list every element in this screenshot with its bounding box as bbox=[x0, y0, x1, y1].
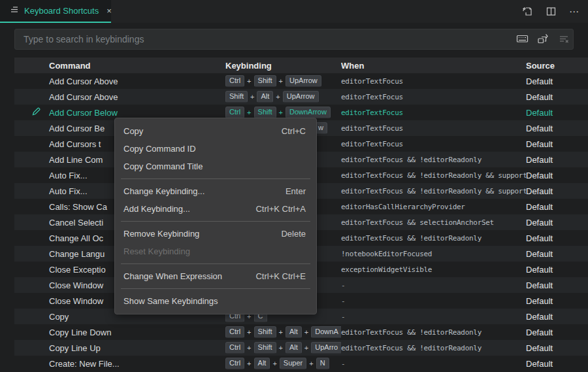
command-cell: Add Cursor Below bbox=[49, 108, 225, 118]
menu-item-remove-keybinding[interactable]: Remove KeybindingDelete bbox=[115, 225, 316, 243]
header-keybinding: Keybinding bbox=[225, 61, 341, 71]
command-cell: Add Cursor Above bbox=[49, 92, 225, 102]
source-cell: Default bbox=[526, 249, 588, 259]
key-chip: UpArrow bbox=[286, 75, 321, 87]
command-cell: Add Cursor Above bbox=[49, 76, 225, 86]
key-chip: Shift bbox=[225, 91, 248, 103]
keybinding-cell: Ctrl+Shift+DownArrow bbox=[225, 107, 341, 118]
menu-item-shortcut: Ctrl+K Ctrl+A bbox=[255, 204, 306, 214]
keybinding-cell: Ctrl+Shift+Alt+UpArro bbox=[225, 342, 341, 354]
table-row-create-new-file[interactable]: Create: New File... Ctrl+Alt+Super+N - D… bbox=[14, 356, 588, 371]
tab-bar: Keyboard Shortcuts × ⋯ bbox=[0, 0, 588, 23]
key-plus: + bbox=[250, 93, 254, 101]
menu-item-reset-keybinding: Reset Keybinding bbox=[115, 243, 316, 260]
when-cell: editorTextFocus bbox=[341, 140, 526, 148]
source-cell: Default bbox=[526, 233, 588, 243]
when-cell: editorTextFocus && !editorReadonly && su… bbox=[341, 171, 526, 180]
tab-close-icon[interactable]: × bbox=[106, 7, 112, 15]
menu-item-copy-command-title[interactable]: Copy Command Title bbox=[115, 158, 316, 175]
key-chip: Shift bbox=[254, 107, 276, 118]
source-cell: Default bbox=[526, 139, 588, 149]
key-plus: + bbox=[247, 77, 251, 85]
key-chip: Shift bbox=[254, 326, 276, 338]
menu-item-shortcut: Ctrl+C bbox=[282, 126, 306, 136]
search-input[interactable] bbox=[14, 29, 574, 50]
menu-item-copy[interactable]: CopyCtrl+C bbox=[115, 122, 316, 140]
source-cell: Default bbox=[526, 76, 588, 86]
menu-item-label: Show Same Keybindings bbox=[123, 296, 306, 306]
menu-separator bbox=[121, 221, 310, 222]
when-cell: - bbox=[341, 313, 526, 321]
key-chip: Ctrl bbox=[225, 342, 244, 354]
tab-keyboard-shortcuts[interactable]: Keyboard Shortcuts × bbox=[0, 0, 111, 23]
header-source: Source bbox=[526, 61, 588, 71]
key-plus: + bbox=[304, 328, 308, 336]
menu-item-copy-command-id[interactable]: Copy Command ID bbox=[115, 140, 316, 158]
key-chip: N bbox=[316, 358, 329, 369]
menu-item-label: Change When Expression bbox=[123, 271, 255, 281]
menu-item-show-same-keybindings[interactable]: Show Same Keybindings bbox=[115, 292, 316, 310]
key-plus: + bbox=[279, 77, 283, 85]
when-cell: !notebookEditorFocused bbox=[341, 250, 526, 258]
key-chip: Alt bbox=[254, 358, 270, 369]
editor-actions: ⋯ bbox=[520, 0, 581, 23]
key-chip: Ctrl bbox=[225, 75, 244, 87]
key-plus: + bbox=[276, 93, 280, 101]
record-keys-icon[interactable] bbox=[515, 31, 529, 46]
when-cell: exceptionWidgetVisible bbox=[341, 265, 526, 274]
key-plus: + bbox=[272, 360, 276, 367]
search-band bbox=[0, 23, 588, 56]
table-row-add-cursor-above[interactable]: Add Cursor Above Ctrl+Shift+UpArrow edit… bbox=[14, 73, 588, 89]
menu-item-change-when-expression[interactable]: Change When ExpressionCtrl+K Ctrl+E bbox=[115, 267, 316, 285]
sort-by-precedence-icon[interactable] bbox=[536, 31, 550, 46]
row-actions-cell bbox=[14, 107, 49, 119]
when-cell: editorTextFocus bbox=[341, 124, 526, 133]
keybinding-cell: Shift+Alt+UpArrow bbox=[225, 91, 341, 103]
menu-item-change-keybinding[interactable]: Change Keybinding...Enter bbox=[115, 182, 316, 200]
key-chip: Alt bbox=[257, 91, 273, 103]
clear-search-icon bbox=[557, 31, 571, 46]
command-cell: Copy Line Up bbox=[49, 343, 225, 353]
key-chip: Ctrl bbox=[225, 358, 244, 369]
command-cell: Create: New File... bbox=[49, 359, 225, 369]
source-cell: Default bbox=[526, 280, 588, 290]
menu-item-label: Copy Command ID bbox=[123, 144, 306, 154]
table-row-add-cursor-above[interactable]: Add Cursor Above Shift+Alt+UpArrow edito… bbox=[14, 89, 588, 105]
key-plus: + bbox=[247, 109, 251, 116]
keyboard-shortcuts-editor: Keyboard Shortcuts × ⋯ bbox=[0, 0, 588, 372]
when-cell: editorTextFocus && !editorReadonly bbox=[341, 234, 526, 243]
menu-separator bbox=[121, 263, 310, 264]
menu-item-label: Remove Keybinding bbox=[123, 229, 281, 239]
header-command: Command bbox=[49, 61, 225, 71]
key-plus: + bbox=[304, 344, 308, 352]
keybinding-cell: Ctrl+Alt+Super+N bbox=[225, 358, 341, 369]
menu-item-shortcut: Delete bbox=[281, 229, 306, 239]
when-cell: editorHasCallHierarchyProvider bbox=[341, 203, 526, 211]
table-row-copy-line-up[interactable]: Copy Line Up Ctrl+Shift+Alt+UpArro edito… bbox=[14, 340, 588, 356]
when-cell: editorTextFocus && selectionAnchorSet bbox=[341, 218, 526, 227]
when-cell: - bbox=[341, 297, 526, 305]
when-cell: editorTextFocus && !editorReadonly && su… bbox=[341, 187, 526, 195]
menu-separator bbox=[121, 178, 310, 179]
source-cell: Default bbox=[526, 108, 588, 118]
source-cell: Default bbox=[526, 343, 588, 353]
tab-title: Keyboard Shortcuts bbox=[24, 6, 99, 16]
source-cell: Default bbox=[526, 171, 588, 180]
edit-keybinding-pencil-icon[interactable] bbox=[31, 107, 41, 119]
open-keybindings-json-icon[interactable] bbox=[520, 5, 534, 19]
split-editor-icon[interactable] bbox=[544, 5, 558, 19]
key-plus: + bbox=[279, 344, 283, 352]
key-plus: + bbox=[247, 328, 251, 336]
menu-item-add-keybinding[interactable]: Add Keybinding...Ctrl+K Ctrl+A bbox=[115, 200, 316, 218]
when-cell: editorTextFocus && !editorReadonly bbox=[341, 328, 526, 337]
keybinding-cell: Ctrl+Shift+UpArrow bbox=[225, 75, 341, 87]
source-cell: Default bbox=[526, 296, 588, 306]
menu-item-shortcut: Enter bbox=[286, 186, 306, 196]
table-row-copy-line-down[interactable]: Copy Line Down Ctrl+Shift+Alt+DownA edit… bbox=[14, 324, 588, 340]
when-cell: editorTextFocus bbox=[341, 93, 526, 101]
menu-item-label: Reset Keybinding bbox=[123, 246, 306, 256]
key-chip: UpArrow bbox=[283, 91, 319, 103]
more-actions-icon[interactable]: ⋯ bbox=[567, 5, 581, 19]
source-cell: Default bbox=[526, 92, 588, 102]
when-cell: editorTextFocus bbox=[341, 109, 526, 117]
